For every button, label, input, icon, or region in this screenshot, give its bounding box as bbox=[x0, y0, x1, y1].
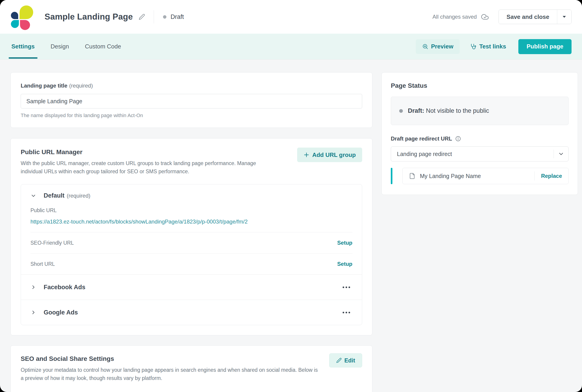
chevron-right-icon[interactable] bbox=[30, 284, 36, 290]
url-manager-description: With the public URL manager, create cust… bbox=[21, 160, 271, 176]
public-url-link[interactable]: https://a1823.ez-touch.net/acton/fs/bloc… bbox=[30, 218, 248, 225]
page-status-title: Page Status bbox=[391, 82, 569, 89]
default-group-required: (required) bbox=[67, 192, 90, 199]
short-url-row: Short URL Setup bbox=[30, 254, 352, 274]
default-url-group: Default (required) Public URL https://a1… bbox=[21, 184, 362, 274]
logo-petal-yellow bbox=[19, 6, 33, 19]
default-group-label: Default bbox=[44, 192, 64, 199]
required-suffix: (required) bbox=[69, 82, 93, 89]
ellipsis-icon bbox=[343, 286, 344, 288]
facebook-ads-label: Facebook Ads bbox=[44, 284, 85, 291]
short-url-label: Short URL bbox=[30, 261, 55, 267]
autosave-status-text: All changes saved bbox=[432, 14, 477, 20]
page-status-text: Draft: Not visible to the public bbox=[408, 107, 489, 114]
save-options-button[interactable] bbox=[557, 10, 571, 24]
save-split-button: Save and close bbox=[499, 10, 572, 24]
cloud-check-icon bbox=[481, 13, 489, 21]
public-url-label: Public URL bbox=[30, 207, 352, 214]
plus-icon bbox=[304, 152, 309, 158]
ellipsis-icon bbox=[343, 312, 344, 313]
test-links-button[interactable]: Test links bbox=[468, 39, 508, 54]
acton-logo-icon bbox=[10, 5, 34, 29]
test-links-button-label: Test links bbox=[479, 43, 506, 50]
landing-page-title-label-text: Landing page title bbox=[21, 82, 67, 89]
page-status-card: Page Status Draft: Not visible to the pu… bbox=[382, 72, 578, 195]
header: Sample Landing Page Draft All changes sa… bbox=[0, 0, 582, 34]
logo-petal-navy bbox=[11, 12, 18, 19]
info-circle-icon[interactable] bbox=[455, 136, 461, 142]
landing-page-title-helper: The name displayed for this landing page… bbox=[21, 112, 362, 118]
add-url-group-button[interactable]: Add URL group bbox=[297, 148, 362, 162]
replace-page-link[interactable]: Replace bbox=[535, 173, 568, 179]
redirect-page-name: My Landing Page Name bbox=[420, 173, 535, 180]
seo-card-title: SEO and Social Share Settings bbox=[21, 355, 362, 362]
landing-page-title-input[interactable] bbox=[21, 94, 362, 108]
short-url-setup-link[interactable]: Setup bbox=[337, 261, 352, 267]
seo-edit-button-label: Edit bbox=[344, 357, 355, 364]
page-status-bold: Draft: bbox=[408, 107, 424, 114]
pencil-icon bbox=[139, 14, 145, 20]
logo-petal-teal bbox=[11, 20, 19, 28]
page-title: Sample Landing Page bbox=[44, 12, 133, 22]
tabs: Settings Design Custom Code bbox=[10, 34, 136, 59]
seo-social-share-card: SEO and Social Share Settings Edit Optim… bbox=[10, 346, 372, 392]
draft-redirect-url-label: Draft page redirect URL bbox=[391, 136, 452, 142]
publish-page-button[interactable]: Publish page bbox=[518, 39, 572, 54]
public-url-manager-card: Public URL Manager With the public URL m… bbox=[10, 138, 372, 336]
chevron-down-icon bbox=[554, 151, 568, 157]
chevron-right-icon[interactable] bbox=[30, 310, 36, 315]
seo-friendly-url-row: SEO-Friendly URL Setup bbox=[30, 232, 352, 253]
google-ads-label: Google Ads bbox=[44, 309, 78, 316]
google-ads-more-options-button[interactable] bbox=[340, 310, 352, 316]
tab-bar: Settings Design Custom Code Preview Test… bbox=[0, 34, 582, 60]
tab-settings[interactable]: Settings bbox=[10, 34, 36, 59]
pencil-icon bbox=[336, 358, 342, 363]
tab-custom-code[interactable]: Custom Code bbox=[84, 34, 122, 59]
redirect-select-value: Landing page redirect bbox=[391, 151, 554, 157]
landing-page-title-card: Landing page title(required) The name di… bbox=[10, 72, 372, 128]
facebook-ads-group-row[interactable]: Facebook Ads bbox=[21, 275, 362, 300]
draft-status-dot bbox=[399, 109, 403, 113]
edit-title-button[interactable] bbox=[139, 14, 145, 20]
add-url-group-label: Add URL group bbox=[312, 152, 356, 158]
header-status-label: Draft bbox=[170, 14, 184, 20]
caret-down-icon bbox=[562, 15, 567, 18]
header-divider bbox=[154, 10, 154, 24]
content: Landing page title(required) The name di… bbox=[0, 60, 582, 392]
preview-button[interactable]: Preview bbox=[416, 39, 460, 54]
redirect-page-box: My Landing Page Name Replace bbox=[402, 168, 569, 184]
tab-design[interactable]: Design bbox=[50, 34, 70, 59]
facebook-ads-more-options-button[interactable] bbox=[340, 284, 352, 290]
seo-friendly-url-label: SEO-Friendly URL bbox=[30, 240, 74, 246]
default-group-header[interactable]: Default (required) bbox=[21, 184, 362, 202]
save-and-close-button[interactable]: Save and close bbox=[499, 10, 557, 24]
seo-card-description: Optimize your metadata to control how yo… bbox=[21, 366, 321, 382]
seo-friendly-url-setup-link[interactable]: Setup bbox=[337, 240, 352, 246]
redirect-type-select[interactable]: Landing page redirect bbox=[391, 146, 569, 162]
url-groups-container: Default (required) Public URL https://a1… bbox=[21, 184, 362, 325]
chevron-down-icon[interactable] bbox=[30, 193, 36, 199]
stethoscope-icon bbox=[470, 44, 477, 50]
redirect-target-item: My Landing Page Name Replace bbox=[391, 168, 569, 184]
preview-button-label: Preview bbox=[431, 43, 453, 50]
redirect-accent-bar bbox=[391, 168, 392, 184]
logo-petal-pink bbox=[20, 20, 30, 30]
app-window: Sample Landing Page Draft All changes sa… bbox=[0, 0, 582, 392]
google-ads-group-row[interactable]: Google Ads bbox=[21, 300, 362, 325]
file-icon bbox=[409, 173, 415, 179]
page-status-box: Draft: Not visible to the public bbox=[391, 97, 569, 125]
page-status-detail: Not visible to the public bbox=[424, 107, 489, 114]
landing-page-title-label: Landing page title(required) bbox=[21, 82, 362, 89]
draft-status-dot bbox=[163, 15, 166, 19]
zoom-in-icon bbox=[422, 44, 428, 50]
seo-edit-button[interactable]: Edit bbox=[329, 353, 362, 368]
